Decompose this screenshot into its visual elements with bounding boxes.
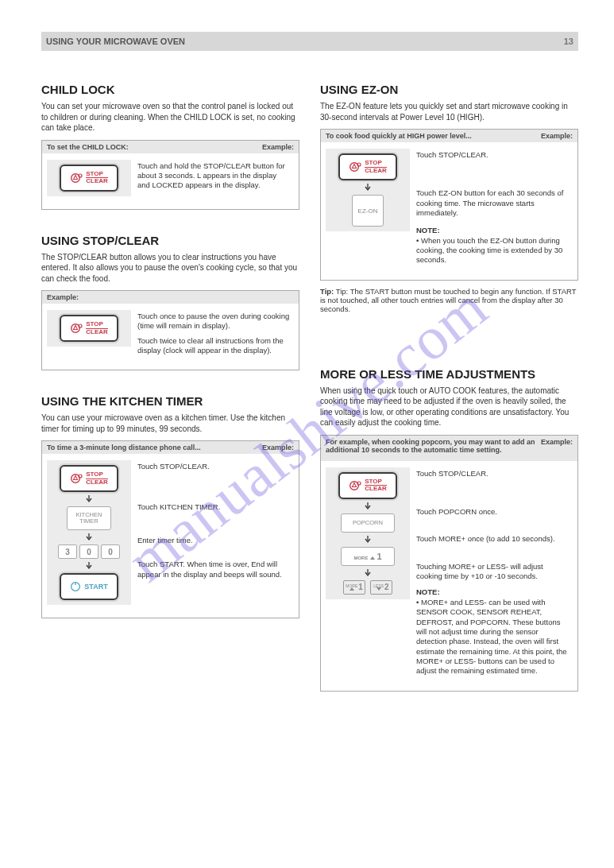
panel-title: To cook food quickly at HIGH power level… <box>326 132 472 140</box>
stop-clear-button[interactable]: STOPCLEAR <box>338 472 397 499</box>
step-text: Touch POPCORN once. <box>416 507 570 517</box>
page: USING YOUR MICROWAVE OVEN 13 CHILD LOCK … <box>41 32 578 698</box>
icon-column: STOPCLEAR KITCHEN TIMER 3 0 0 <box>47 460 131 605</box>
triangle-down-icon <box>377 587 381 591</box>
example-label: Example: <box>541 438 573 459</box>
stop-icon <box>349 160 361 174</box>
example-label: Example: <box>262 444 294 451</box>
note-label: NOTE: <box>416 226 440 234</box>
arrow-down-icon <box>364 184 372 192</box>
start-label: START <box>84 583 107 591</box>
step-text: Touch once to pause the oven during cook… <box>137 312 291 331</box>
arrow-down-icon <box>85 533 93 541</box>
panel-title: To set the CHILD LOCK: <box>47 143 129 151</box>
note-label: NOTE: <box>416 587 440 596</box>
stop-clear-button[interactable]: STOPCLEAR <box>60 465 118 492</box>
step-text: Touch KITCHEN TIMER. <box>137 502 291 512</box>
paragraph: The EZ-ON feature lets you quickly set a… <box>320 101 578 122</box>
step-text: Touch and hold the STOP/CLEAR button for… <box>131 160 294 192</box>
svg-point-5 <box>79 475 82 478</box>
panel-title: To time a 3-minute long distance phone c… <box>47 444 201 451</box>
kitchen-timer-button[interactable]: KITCHEN TIMER <box>67 506 111 530</box>
section-header: USING YOUR MICROWAVE OVEN 13 <box>41 32 578 51</box>
arrow-down-icon <box>85 562 93 570</box>
example-label: Example: <box>47 293 79 301</box>
paragraph: The STOP/CLEAR button allows you to clea… <box>41 252 299 285</box>
heading-child-lock: CHILD LOCK <box>41 83 299 96</box>
kitchen-timer-panel: To time a 3-minute long distance phone c… <box>41 440 299 618</box>
step-text: Touch STOP/CLEAR. <box>416 469 570 479</box>
panel-title: For example, when cooking popcorn, you m… <box>326 438 541 459</box>
example-label: Example: <box>262 143 294 151</box>
clear-label: CLEAR <box>86 178 108 184</box>
left-column: CHILD LOCK You can set your microwave ov… <box>41 59 299 698</box>
paragraph: You can use your microwave oven as a kit… <box>41 413 299 434</box>
heading-more-less: MORE OR LESS TIME ADJUSTMENTS <box>320 367 578 381</box>
heading-ez-on: USING EZ-ON <box>320 83 578 96</box>
page-number: 13 <box>564 37 573 46</box>
icon-column: STOPCLEAR <box>47 160 131 196</box>
paragraph: You can set your microwave oven so that … <box>41 101 299 134</box>
note-text: • When you touch the EZ-ON button during… <box>416 236 570 265</box>
ez-on-button[interactable]: EZ-ON <box>352 195 384 227</box>
key-0[interactable]: 0 <box>101 544 120 559</box>
key-0[interactable]: 0 <box>79 544 98 559</box>
triangle-up-icon <box>370 556 375 560</box>
svg-point-3 <box>79 324 82 327</box>
triangle-up-icon <box>349 587 354 591</box>
ez-on-panel: To cook food quickly at HIGH power level… <box>320 129 578 281</box>
popcorn-button[interactable]: POPCORN <box>341 513 395 533</box>
step-text: Enter timer time. <box>137 536 291 545</box>
icon-column: STOPCLEAR <box>47 310 131 347</box>
step-text: Touch STOP/CLEAR. <box>416 150 570 160</box>
note-text: • MORE+ and LESS- can be used with SENSO… <box>416 598 570 676</box>
step-text: Touch EZ-ON button for each 30 seconds o… <box>416 188 570 218</box>
icon-column: STOPCLEAR EZ-ON <box>326 149 410 231</box>
section-title: USING YOUR MICROWAVE OVEN <box>46 37 185 46</box>
right-column: USING EZ-ON The EZ-ON feature lets you q… <box>320 59 578 698</box>
child-lock-panel: To set the CHILD LOCK:Example: STOPCLEAR… <box>41 140 299 210</box>
more-less-panel: For example, when cooking popcorn, you m… <box>320 435 578 692</box>
arrow-down-icon <box>364 569 372 577</box>
example-label: Example: <box>541 132 573 140</box>
stop-clear-button[interactable]: STOPCLEAR <box>60 165 118 192</box>
start-icon <box>70 581 81 592</box>
step-text: Touch START. When time is over, End will… <box>137 560 291 579</box>
paragraph: When using the quick touch or AUTO COOK … <box>320 386 578 428</box>
stop-clear-button[interactable]: STOPCLEAR <box>60 315 118 342</box>
more-button[interactable]: MORE1 <box>341 547 395 566</box>
step-text: Touch STOP/CLEAR. <box>137 462 291 471</box>
stop-icon <box>70 171 83 185</box>
key-3[interactable]: 3 <box>58 544 77 559</box>
more-button-small[interactable]: MORE1 <box>343 580 365 595</box>
number-keys: 3 0 0 <box>58 544 120 559</box>
arrow-down-icon <box>364 502 372 510</box>
step-text: Touching MORE+ or LESS- will adjust cook… <box>416 562 570 582</box>
start-button[interactable]: START <box>60 573 118 600</box>
stop-icon <box>70 321 83 335</box>
less-button-small[interactable]: LESS2 <box>370 580 392 595</box>
heading-stop-clear: USING STOP/CLEAR <box>41 234 299 247</box>
step-text: Touch twice to clear all instructions fr… <box>137 336 291 356</box>
heading-kitchen-timer: USING THE KITCHEN TIMER <box>41 394 299 408</box>
step-text: Touch MORE+ once (to add 10 seconds). <box>416 534 570 544</box>
stop-icon <box>70 471 83 486</box>
stop-clear-button[interactable]: STOPCLEAR <box>338 153 397 180</box>
svg-rect-7 <box>75 583 76 586</box>
icon-column: STOPCLEAR POPCORN MORE1 MORE1 LES <box>326 467 410 599</box>
stop-icon <box>349 479 361 493</box>
start-tip: Tip: Tip: The START button must be touch… <box>320 287 578 313</box>
stop-clear-panel: Example: STOPCLEAR Touch once to pause t… <box>41 290 299 370</box>
svg-point-1 <box>79 174 82 177</box>
arrow-down-icon <box>364 536 372 544</box>
arrow-down-icon <box>85 495 93 503</box>
